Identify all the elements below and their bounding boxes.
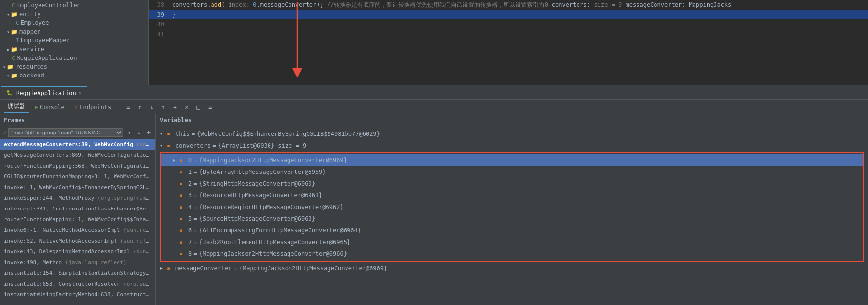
thread-down-btn[interactable]: ↓ [135,129,143,136]
debug-tab-debugger[interactable]: 调试器 [4,101,29,113]
var-this[interactable]: ▾ ▪ this = {WebMvcConfig$$EnhancerBySpri… [156,128,868,140]
var-conv-4[interactable]: ▶ ▪ 4 = {ResourceRegionHttpMessageConver… [161,201,863,213]
frame-item-1[interactable]: getMessageConverters:869, WebMvcConfigur… [0,150,155,161]
frame-item-4[interactable]: invoke:-1, WebMvcConfig$$EnhancerBySprin… [0,182,155,193]
code-line-41: 41 [149,29,868,39]
code-line-40: 40 [149,19,868,29]
folder-resources-icon: 📁 [7,64,14,70]
tree-item-backend[interactable]: ▾ 📁 backend [0,71,148,80]
endpoints-icon: ⚡ [75,104,78,110]
code-editor: 38 converters.add( index: 0,messageConve… [149,0,868,85]
frame-item-10[interactable]: invoke:43, DelegatingMethodAccessorImpl … [0,247,155,257]
debug-btn-menu[interactable]: ≡ [123,102,133,112]
tree-item-entity[interactable]: ▾ 📁 entity [0,10,148,19]
var-conv-8[interactable]: ▶ ▪ 8 = {MappingJackson2HttpMessageConve… [161,248,863,260]
thread-up-btn[interactable]: ↑ [125,129,133,136]
frame-item-2[interactable]: routerFunctionMapping:568, WebMvcConfigu… [0,161,155,172]
var-messageconverter[interactable]: ▶ ▪ messageConverter = {MappingJackson2H… [156,263,868,274]
debug-btn-cross[interactable]: ✕ [182,102,192,112]
var-icon-conv-4: ▪ [179,202,186,212]
frame-item-9[interactable]: invoke:62, NativeMethodAccessorImpl (sun… [0,236,155,247]
tree-item-employeemapper[interactable]: I EmployeeMapper [0,36,148,45]
frame-item-5[interactable]: invokeSuper:244, MethodProxy (org.spring… [0,193,155,204]
debug-btn-down[interactable]: ↓ [147,102,156,112]
frame-item-12[interactable]: instantiate:154, SimpleInstantiationStra… [0,268,155,279]
var-conv-2[interactable]: ▶ ▪ 2 = {StringHttpMessageConverter@6960… [161,178,863,190]
frame-item-7[interactable]: routerFunctionMapping:-1, WebMvcConfig$$… [0,214,155,225]
var-icon-conv-5: ▪ [179,214,186,224]
debug-tab-endpoints[interactable]: ⚡ Endpoints [71,103,116,112]
var-conv-5[interactable]: ▶ ▪ 5 = {SourceHttpMessageConverter@6963… [161,213,863,225]
expand-conv-0: ▶ [173,155,179,165]
var-conv-0[interactable]: ▶ ▪ 0 = {MappingJackson2HttpMessageConve… [161,154,863,166]
debug-toolbar: 调试器 ▶ Console ⚡ Endpoints ≡ ↑ ↓ ↑ → ✕ □ … [0,100,868,114]
var-conv-3[interactable]: ▶ ▪ 3 = {ResourceHttpMessageConverter@69… [161,190,863,201]
expand-converters: ▾ [160,141,167,151]
debug-btn-right[interactable]: → [170,102,180,112]
expand-icon: ▾ [7,12,10,17]
thread-selector: ✓ "main"@1 in group "main": RUNNING ↑ ↓ … [0,126,155,139]
var-conv-7[interactable]: ▶ ▪ 7 = {Jaxb2RootElementHttpMessageConv… [161,236,863,248]
debug-content: Frames ✓ "main"@1 in group "main": RUNNI… [0,114,868,305]
var-conv-6[interactable]: ▶ ▪ 6 = {AllEncompassingFormHttpMessageC… [161,225,863,236]
var-converters[interactable]: ▾ ▪ converters = {ArrayList@6030} size =… [156,140,868,152]
tree-item-reggieapplication[interactable]: C ReggieApplication [0,54,148,62]
var-icon-conv-0: ▪ [179,155,186,165]
tree-item-employee[interactable]: C Employee [0,19,148,27]
frame-item-0[interactable]: extendMessageConverters:39, WebMvcConfig… [0,139,155,150]
interface-icon: I [16,38,19,44]
expand-icon-backend: ▾ [7,73,10,78]
tree-item-employeecontroller[interactable]: C EmployeeController [0,1,148,10]
variables-panel: Variables ▾ ▪ this = {WebMvcConfig$$Enha… [156,114,868,305]
debug-btn-up2[interactable]: ↑ [158,102,168,112]
frames-list: extendMessageConverters:39, WebMvcConfig… [0,139,155,305]
tree-item-service[interactable]: ▶ 📁 service [0,45,148,54]
tab-reggieapplication[interactable]: 🐛 ReggieApplication ✕ [1,86,87,99]
expand-msgconv: ▶ [160,264,167,273]
debug-btn-grid[interactable]: □ [193,102,203,112]
var-icon-converters: ▪ [167,141,174,151]
variables-panel-header: Variables [156,114,868,126]
var-conv-1[interactable]: ▶ ▪ 1 = {ByteArrayHttpMessageConverter@6… [161,166,863,178]
folder-icon: 📁 [11,11,18,18]
thread-dropdown[interactable]: "main"@1 in group "main": RUNNING [8,128,123,137]
frame-item-14[interactable]: instantiateUsingFactoryMethod:638, Const… [0,289,155,300]
var-icon-conv-3: ▪ [179,191,186,200]
expand-icon-resources: ▾ [3,64,6,70]
variables-list: ▾ ▪ this = {WebMvcConfig$$EnhancerBySpri… [156,126,868,305]
folder-mapper-icon: 📁 [11,29,18,35]
tree-item-resources[interactable]: ▾ 📁 resources [0,62,148,71]
expand-conv-1: ▶ [173,167,179,177]
file-tree: C EmployeeController ▾ 📁 entity C Employ… [0,0,149,85]
debug-btn-lines[interactable]: ≡ [205,102,215,112]
var-icon-conv-1: ▪ [179,167,186,177]
frames-panel: Frames ✓ "main"@1 in group "main": RUNNI… [0,114,156,305]
tab-bar: 🐛 ReggieApplication ✕ [0,85,868,100]
var-icon-conv-6: ▪ [179,226,186,235]
var-icon-conv-2: ▪ [179,179,186,189]
frame-item-8[interactable]: invoke0:-1, NativeMethodAccessorImpl (su… [0,225,155,236]
var-icon-conv-8: ▪ [179,249,186,259]
debug-tab-console[interactable]: ▶ Console [31,103,69,112]
expand-icon-service: ▶ [7,47,10,52]
bottom-area: 调试器 ▶ Console ⚡ Endpoints ≡ ↑ ↓ ↑ → ✕ □ … [0,100,868,305]
bug-icon: 🐛 [6,90,13,96]
var-icon-conv-7: ▪ [179,237,186,247]
controller-icon: C [12,2,15,9]
console-icon: ▶ [35,104,38,110]
debug-btn-up[interactable]: ↑ [135,102,145,112]
code-line-38: 38 converters.add( index: 0,messageConve… [149,0,868,10]
thread-add-btn[interactable]: + [145,129,153,136]
expand-this: ▾ [160,129,167,139]
tab-close-button[interactable]: ✕ [79,90,82,95]
top-area: C EmployeeController ▾ 📁 entity C Employ… [0,0,868,85]
expand-icon-mapper: ▾ [7,29,10,35]
frame-item-6[interactable]: intercept:331, ConfigurationClassEnhance… [0,204,155,214]
folder-service-icon: 📁 [11,46,18,53]
check-icon: ✓ [3,129,6,136]
frame-item-13[interactable]: instantiate:653, ConstructorResolver (or… [0,279,155,289]
tree-item-mapper[interactable]: ▾ 📁 mapper [0,27,148,36]
frame-item-11[interactable]: invoke:498, Method (java.lang.reflect) [0,257,155,268]
var-icon-this: ▪ [167,129,174,139]
frame-item-3[interactable]: CGLIB$routerFunctionMapping$3:-1, WebMvc… [0,172,155,182]
